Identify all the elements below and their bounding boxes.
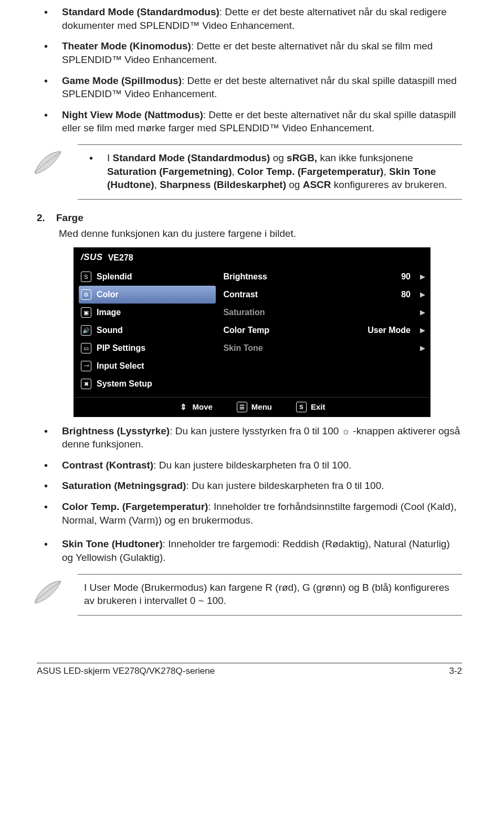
updown-icon: ⇕ <box>178 402 188 412</box>
osd-nav-system-setup[interactable]: ✖System Setup <box>74 375 221 393</box>
osd-nav-label: Color <box>97 289 119 300</box>
section-number: 2. <box>37 212 45 223</box>
osd-option-color-temp[interactable]: Color TempUser Mode▶ <box>221 321 425 339</box>
arrow-icon: ▶ <box>420 308 425 317</box>
osd-option-skin-tone: Skin Tone▶ <box>221 339 425 357</box>
footer-left: ASUS LED-skjerm VE278Q/VK278Q-seriene <box>37 665 215 677</box>
osd-icon: ⚙ <box>81 289 91 300</box>
osd-menu-btn[interactable]: ☰ Menu <box>237 402 272 412</box>
arrow-icon: ▶ <box>420 343 425 353</box>
arrow-icon: ▶ <box>420 272 425 282</box>
section-title: Farge <box>56 212 83 223</box>
note-box-1: I Standard Mode (Standardmodus) og sRGB,… <box>78 144 462 200</box>
osd-nav-label: Input Select <box>97 360 144 372</box>
note-1-text: I Standard Mode (Standardmodus) og sRGB,… <box>82 151 460 192</box>
osd-nav-image[interactable]: ▣Image <box>74 304 221 321</box>
color-bullet: Saturation (Metningsgrad): Du kan juster… <box>37 479 462 493</box>
osd-option-contrast[interactable]: Contrast80▶ <box>221 286 425 304</box>
osd-nav-color[interactable]: ⚙Color <box>79 286 216 304</box>
color-bullet: Color Temp. (Fargetemperatur): Inneholde… <box>37 500 462 527</box>
osd-model: VE278 <box>108 252 133 264</box>
menu-icon: ☰ <box>237 402 247 412</box>
note-2-text: I User Mode (Brukermodus) kan fargene R … <box>82 581 460 608</box>
asus-logo: /SUS <box>81 252 103 264</box>
mode-bullet: Standard Mode (Standardmodus): Dette er … <box>37 5 462 32</box>
osd-option-value: 90 <box>401 271 411 283</box>
osd-nav-sound[interactable]: 🔊Sound <box>74 321 221 339</box>
mode-bullet: Theater Mode (Kinomodus): Dette er det b… <box>37 39 462 66</box>
osd-exit[interactable]: S Exit <box>296 402 326 412</box>
color-bullet: Brightness (Lysstyrke): Du kan justere l… <box>37 424 462 451</box>
osd-nav-pip-settings[interactable]: ▭PIP Settings <box>74 339 221 357</box>
osd-icon: ⭢ <box>81 361 91 371</box>
osd-nav-label: System Setup <box>97 378 152 390</box>
mode-bullet: Game Mode (Spillmodus): Dette er det bes… <box>37 74 462 101</box>
color-bullet: Skin Tone (Hudtoner): Inneholder tre far… <box>37 537 462 564</box>
osd-icon: ✖ <box>81 379 91 389</box>
feather-icon <box>32 149 63 177</box>
osd-nav-input-select[interactable]: ⭢Input Select <box>74 357 221 375</box>
color-bullet: Contrast (Kontrast): Du kan justere bild… <box>37 458 462 472</box>
brightness-icon: ☼ <box>342 426 351 436</box>
osd-icon: S <box>81 272 91 282</box>
footer-right: 3-2 <box>449 665 462 677</box>
osd-option-brightness[interactable]: Brightness90▶ <box>221 268 425 286</box>
osd-nav-splendid[interactable]: SSplendid <box>74 268 221 286</box>
osd-option-label: Brightness <box>223 271 267 283</box>
exit-icon: S <box>296 402 307 412</box>
osd-option-value: User Mode <box>368 325 411 336</box>
osd-option-label: Saturation <box>223 307 265 318</box>
feather-icon <box>32 578 63 607</box>
osd-nav-label: Image <box>97 307 121 318</box>
osd-option-label: Color Temp <box>223 325 269 336</box>
mode-bullet: Night View Mode (Nattmodus): Dette er de… <box>37 108 462 135</box>
osd-option-value: 80 <box>401 289 411 300</box>
osd-option-label: Skin Tone <box>223 342 262 354</box>
osd-option-label: Contrast <box>223 289 258 300</box>
osd-option-saturation: Saturation▶ <box>221 304 425 321</box>
osd-nav-label: Sound <box>97 325 123 336</box>
osd-move[interactable]: ⇕ Move <box>178 402 212 412</box>
note-box-2: I User Mode (Brukermodus) kan fargene R … <box>78 574 462 616</box>
osd-nav-label: PIP Settings <box>97 342 145 354</box>
osd-icon: ▭ <box>81 343 91 353</box>
osd-icon: 🔊 <box>81 325 91 336</box>
osd-nav-label: Splendid <box>97 271 132 283</box>
osd-menu: /SUS VE278 SSplendid⚙Color▣Image🔊Sound▭P… <box>74 247 430 416</box>
arrow-icon: ▶ <box>420 290 425 299</box>
section-desc: Med denne funksjonen kan du justere farg… <box>37 227 462 241</box>
osd-icon: ▣ <box>81 307 91 318</box>
arrow-icon: ▶ <box>420 326 425 335</box>
